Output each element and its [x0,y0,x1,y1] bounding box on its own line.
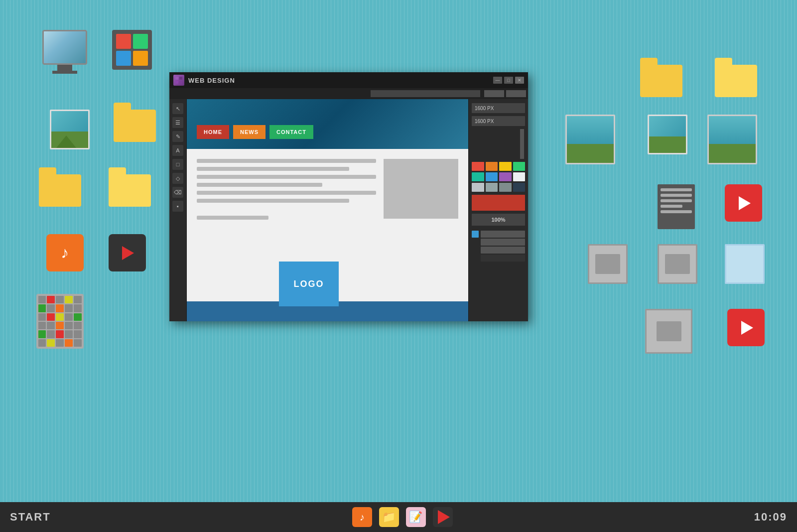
panel-input-3[interactable] [481,247,525,254]
desktop-icon-photo-blue[interactable] [725,244,765,284]
tool-diamond[interactable]: ◇ [172,173,183,184]
taskbar-folder-symbol: 📁 [382,511,396,524]
trash-grid [36,294,84,349]
trash-cell-yellow [65,296,73,303]
taskbar-folder-icon[interactable]: 📁 [379,507,399,527]
tool-menu[interactable]: ☰ [172,117,183,128]
desktop-icon-music[interactable]: ♪ [42,234,87,279]
desktop-icon-folder1[interactable] [112,110,157,149]
color-swatch-yellow[interactable] [499,162,512,171]
color-swatch-gray[interactable] [472,183,484,192]
nav-home-button[interactable]: HOME [197,125,229,139]
trash-cell-yellow2 [56,313,64,321]
color-swatch-teal[interactable] [472,172,484,181]
desktop-icon-photo-r3[interactable] [565,115,615,164]
photo-lg-sky-r3 [567,116,614,144]
desktop-icon-photo1[interactable] [45,110,95,159]
photo-shape-gray-r1 [588,244,628,284]
tool-misc[interactable]: ▪ [172,201,183,212]
monitor-base [52,71,77,74]
desktop-icon-windows[interactable] [105,30,159,85]
app-menubar-input[interactable] [371,90,480,97]
trash-cell-green2 [74,313,82,321]
panel-zoom-text: 100% [491,217,505,223]
color-swatch-orange[interactable] [486,162,498,171]
desktop-icon-photo-gray-r1[interactable] [588,244,628,284]
photo-inner-gray-r3 [657,321,681,341]
photo-lg-ground-1 [709,144,756,163]
app-menubar-btn-1[interactable] [484,90,504,97]
site-header: HOME NEWS CONTACT [187,99,468,149]
tool-text[interactable]: A [172,145,183,156]
desktop-icon-photo-gray-r2[interactable] [658,244,697,284]
color-swatch-red[interactable] [472,162,484,171]
photo-shape-gray-r2 [658,244,697,284]
app-menubar-btn-2[interactable] [506,90,526,97]
windows-logo [112,30,152,70]
taskbar-note-icon[interactable]: 📝 [406,507,426,527]
logo-card[interactable]: LOGO [279,262,339,306]
color-swatch-gray2[interactable] [486,183,498,192]
photo-lg-ground-r3 [567,144,614,163]
photo-inner-gray-r1 [595,254,620,274]
nav-news-button[interactable]: NEWS [233,125,266,139]
color-swatch-purple[interactable] [499,172,512,181]
tool-select[interactable]: ↖ [172,103,183,114]
desktop-icon-photo-gray-r3[interactable] [645,309,692,354]
tool-pen[interactable]: ✎ [172,131,183,142]
pen-icon: ✎ [176,133,180,140]
desktop-icon-photo-r2[interactable] [648,115,687,154]
desktop-icon-video1[interactable] [105,234,149,279]
desktop-icon-folder-r2[interactable] [640,65,682,97]
desktop-icon-folder-r1[interactable] [715,65,757,97]
trash-cell [74,296,82,303]
color-swatch-white[interactable] [513,172,526,181]
trash-cell [65,330,73,338]
trash-cell [47,304,55,312]
video-play-white-r2 [741,321,753,335]
tool-eraser[interactable]: ⌫ [172,187,183,198]
desktop-icon-folder2[interactable] [30,174,90,224]
panel-input-2[interactable] [481,239,525,246]
desktop-icon-photo-r1[interactable] [707,115,757,164]
panel-input-col [481,231,525,262]
minimize-button[interactable]: — [493,77,502,84]
panel-input-dark-1[interactable] [481,255,525,262]
taskbar-music-icon[interactable]: ♪ [352,507,372,527]
panel-input-1[interactable] [481,231,525,238]
color-swatch-gray3[interactable] [499,183,512,192]
panel-height-field[interactable]: 1600 PX [472,116,525,126]
taskbar-note-symbol: 📝 [409,511,422,524]
desktop-icon-folder3[interactable] [102,174,157,224]
desktop-icon-video-r1[interactable] [725,184,762,222]
color-swatch-dark[interactable] [513,183,526,192]
panel-width-field[interactable]: 1600 PX [472,103,525,113]
tool-rect[interactable]: □ [172,159,183,170]
maximize-button[interactable]: □ [504,77,513,84]
panel-height-text: 1600 PX [475,119,494,124]
trash-cell [74,330,82,338]
color-swatch-green[interactable] [513,162,526,171]
desktop-icon-video-r2[interactable] [727,309,765,346]
desktop-icon-doc[interactable] [658,184,695,229]
desktop-icon-monitor[interactable] [35,30,95,85]
panel-red-swatch[interactable] [472,195,525,211]
desktop-icon-trash[interactable] [30,294,90,359]
logo-text: LOGO [294,279,324,289]
start-button[interactable]: START [10,511,51,524]
video-icon-red-r2 [727,309,765,346]
color-swatch-blue[interactable] [486,172,498,181]
taskbar-video-icon[interactable] [433,507,453,527]
win-quad-yellow [133,51,148,66]
doc-line-5 [661,210,692,213]
trash-cell-orange3 [65,339,73,347]
nav-contact-button[interactable]: CONTACT [269,125,313,139]
panel-blue-swatch[interactable] [472,231,479,238]
close-button[interactable]: ✕ [515,77,524,84]
monitor-stand [57,65,72,71]
trash-cell-orange2 [56,322,64,329]
panel-scrollbar-right[interactable] [520,129,524,159]
trash-cell-red3 [56,330,64,338]
site-image-placeholder [384,159,458,219]
panel-width-text: 1600 PX [475,106,494,111]
